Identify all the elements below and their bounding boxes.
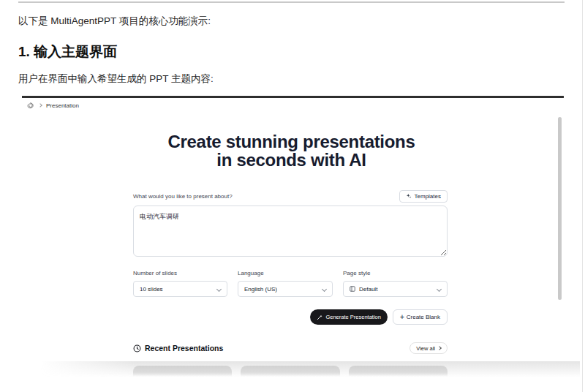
recent-presentation-card-skeleton bbox=[133, 366, 232, 377]
generate-presentation-button[interactable]: Generate Presentation bbox=[310, 309, 387, 325]
prompt-label: What would you like to present about? bbox=[133, 193, 233, 200]
scrollbar-thumb[interactable] bbox=[558, 117, 562, 300]
options-row: Number of slides 10 slides Language Engl… bbox=[133, 270, 448, 297]
page-style-value: Default bbox=[359, 286, 377, 293]
hero-title-line2: in seconds with AI bbox=[20, 151, 562, 169]
page-style-label: Page style bbox=[343, 270, 448, 279]
plus-icon: + bbox=[400, 314, 404, 321]
breadcrumb-chevron-icon bbox=[38, 103, 42, 108]
language-value: English (US) bbox=[244, 286, 277, 293]
chevron-down-icon bbox=[216, 287, 222, 292]
language-select[interactable]: English (US) bbox=[238, 281, 333, 297]
section-heading: 1. 输入主题界面 bbox=[18, 42, 117, 61]
clock-icon bbox=[133, 344, 141, 353]
templates-button-label: Templates bbox=[415, 193, 441, 200]
breadcrumb-current[interactable]: Presentation bbox=[46, 102, 79, 109]
breadcrumb: Presentation bbox=[26, 102, 79, 110]
view-all-label: View all bbox=[416, 345, 435, 352]
page-style-select[interactable]: Default bbox=[343, 281, 448, 297]
chevron-down-icon bbox=[322, 287, 327, 292]
screenshot-top-border bbox=[22, 96, 564, 98]
language-option: Language English (US) bbox=[238, 270, 333, 297]
doc-intro-text: 以下是 MultiAgentPPT 项目的核心功能演示: bbox=[18, 15, 211, 28]
page: 以下是 MultiAgentPPT 项目的核心功能演示: 1. 输入主题界面 用… bbox=[0, 0, 585, 392]
create-blank-label: Create Blank bbox=[407, 314, 440, 320]
recent-cards-row bbox=[133, 366, 448, 377]
slides-count-label: Number of slides bbox=[133, 270, 227, 279]
create-blank-button[interactable]: + Create Blank bbox=[393, 309, 448, 325]
recent-presentations-title: Recent Presentations bbox=[133, 344, 223, 353]
wand-icon bbox=[317, 314, 322, 320]
language-label: Language bbox=[238, 270, 333, 279]
slides-count-select[interactable]: 10 slides bbox=[133, 281, 227, 297]
prompt-header-row: What would you like to present about? Te… bbox=[133, 189, 448, 203]
hero-title: Create stunning presentations in seconds… bbox=[20, 132, 562, 169]
generate-button-label: Generate Presentation bbox=[325, 314, 380, 320]
top-divider bbox=[18, 1, 565, 3]
doc-description-text: 用户在界面中输入希望生成的 PPT 主题内容: bbox=[18, 72, 214, 86]
chevron-right-icon bbox=[437, 346, 442, 350]
templates-button[interactable]: Templates bbox=[399, 190, 448, 203]
prompt-form: What would you like to present about? Te… bbox=[133, 189, 448, 377]
view-all-button[interactable]: View all bbox=[410, 342, 448, 354]
recent-presentation-card-skeleton bbox=[241, 366, 339, 377]
layout-icon bbox=[350, 286, 355, 292]
actions-row: Generate Presentation + Create Blank bbox=[133, 309, 448, 325]
page-style-option: Page style Default bbox=[343, 270, 448, 297]
page-right-border bbox=[582, 0, 583, 392]
logo-icon[interactable] bbox=[26, 102, 34, 110]
recent-presentations-row: Recent Presentations View all bbox=[133, 342, 448, 354]
recent-presentation-card-skeleton bbox=[349, 366, 448, 377]
chevron-down-icon bbox=[437, 287, 442, 292]
sparkles-icon bbox=[406, 193, 412, 199]
recent-title-label: Recent Presentations bbox=[145, 344, 223, 353]
slides-count-value: 10 slides bbox=[140, 286, 163, 293]
prompt-input[interactable]: 电动汽车调研 bbox=[133, 206, 448, 257]
hero-title-line1: Create stunning presentations bbox=[20, 132, 562, 151]
slides-count-option: Number of slides 10 slides bbox=[133, 270, 227, 297]
